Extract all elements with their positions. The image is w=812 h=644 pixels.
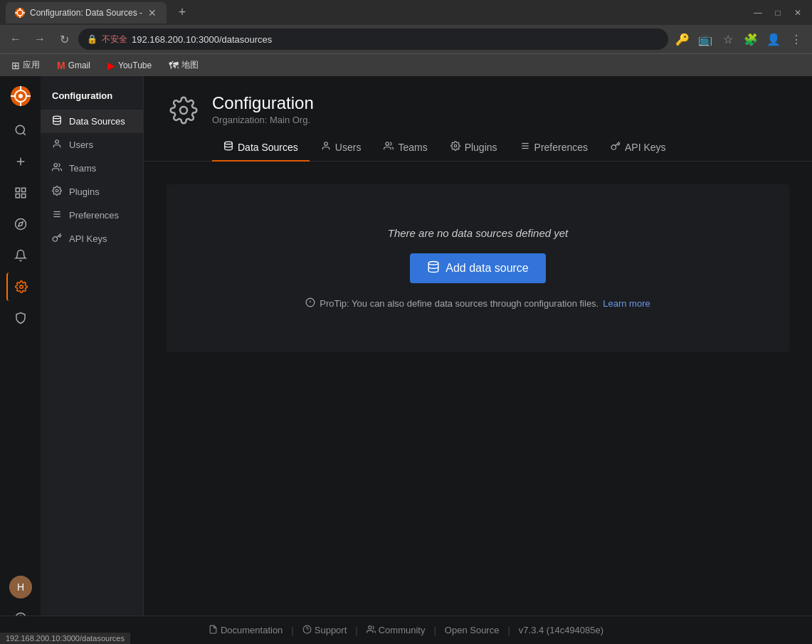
tab-apikeys-icon (611, 141, 621, 153)
page-header-icon (167, 93, 201, 127)
svg-point-36 (225, 142, 233, 144)
tab-users-icon (321, 141, 331, 153)
reload-button[interactable]: ↻ (54, 29, 74, 49)
bookmark-icon[interactable]: ☆ (718, 29, 738, 49)
flyout-item-datasources[interactable]: Data Sources (41, 110, 143, 133)
documentation-label: Documentation (221, 625, 283, 635)
footer-support[interactable]: Support (302, 625, 347, 636)
maximize-button[interactable]: □ (769, 4, 786, 21)
tab-teams[interactable]: Teams (372, 134, 438, 162)
profile-icon[interactable]: 👤 (764, 29, 784, 49)
svg-point-43 (428, 262, 438, 265)
svg-point-8 (19, 94, 23, 98)
datasources-icon (52, 115, 63, 127)
user-avatar[interactable]: H (9, 576, 32, 598)
svg-point-37 (324, 142, 327, 146)
menu-icon[interactable]: ⋮ (786, 29, 806, 49)
tab-preferences[interactable]: Preferences (509, 134, 599, 162)
tab-teams-label: Teams (398, 142, 427, 153)
flyout-title: Configuration (41, 85, 143, 110)
add-datasource-button[interactable]: Add data source (410, 253, 546, 283)
tab-users-label: Users (335, 142, 362, 153)
lock-icon: 🔒 (87, 34, 97, 44)
tab-plugins-icon (450, 141, 460, 153)
address-bar[interactable]: 🔒 不安全 192.168.200.10:3000/datasources (78, 28, 668, 50)
gmail-icon: M (57, 60, 65, 71)
url-display: 192.168.200.10:3000/datasources (132, 34, 660, 45)
svg-marker-22 (18, 222, 22, 226)
password-manager-icon[interactable]: 🔑 (673, 29, 692, 49)
community-label: Community (379, 625, 426, 635)
maps-icon: 🗺 (169, 60, 179, 71)
tab-teams-icon (384, 141, 394, 153)
svg-point-35 (180, 107, 187, 114)
sidebar-item-server-admin[interactable] (6, 304, 35, 332)
footer-documentation[interactable]: Documentation (209, 625, 283, 636)
forward-button[interactable]: → (30, 29, 50, 49)
grafana-logo[interactable] (6, 82, 35, 110)
svg-point-23 (19, 285, 23, 289)
sidebar-item-alerting[interactable] (6, 241, 35, 270)
bookmarks-bar: ⊞ 应用 M Gmail ▶ YouTube 🗺 地图 (0, 53, 812, 76)
new-tab-button[interactable]: + (172, 3, 192, 23)
svg-point-31 (56, 189, 58, 192)
sidebar-item-dashboards[interactable] (6, 179, 35, 207)
svg-point-28 (53, 116, 61, 119)
footer-version: v7.3.4 (14c494085e) (519, 625, 603, 635)
flyout-item-plugins[interactable]: Plugins (41, 180, 143, 204)
app-container: H Configuration Data Sources Users Tea (0, 76, 812, 644)
bookmark-maps[interactable]: 🗺 地图 (163, 57, 204, 73)
bookmark-youtube[interactable]: ▶ YouTube (102, 58, 157, 73)
tab-preferences-icon (520, 141, 530, 153)
sidebar-item-search[interactable] (6, 116, 35, 144)
sidebar-item-create[interactable] (6, 147, 35, 176)
minimize-button[interactable]: — (749, 4, 766, 21)
tab-datasources-label: Data Sources (238, 142, 298, 153)
svg-point-30 (54, 164, 58, 167)
close-button[interactable]: ✕ (789, 4, 806, 21)
browser-tab[interactable]: Configuration: Data Sources - ✕ (6, 2, 167, 23)
toolbar-actions: 🔑 📺 ☆ 🧩 👤 ⋮ (673, 29, 806, 49)
extensions-icon[interactable]: 🧩 (741, 29, 761, 49)
flyout-item-preferences[interactable]: Preferences (41, 204, 143, 227)
flyout-item-users[interactable]: Users (41, 133, 143, 157)
svg-rect-17 (16, 188, 19, 191)
flyout-item-teams[interactable]: Teams (41, 157, 143, 180)
titlebar-left: Configuration: Data Sources - ✕ + (6, 2, 749, 23)
add-datasource-label: Add data source (445, 262, 529, 275)
tab-apikeys[interactable]: API Keys (599, 134, 677, 162)
footer-sep-2: | (355, 625, 357, 635)
browser-chrome: Configuration: Data Sources - ✕ + — □ ✕ … (0, 0, 812, 76)
flyout-item-preferences-label: Preferences (69, 210, 119, 221)
footer-opensource[interactable]: Open Source (445, 625, 500, 635)
insecure-text: 不安全 (102, 33, 127, 46)
tab-plugins-label: Plugins (465, 142, 497, 153)
tab-users[interactable]: Users (310, 134, 373, 162)
learn-more-link[interactable]: Learn more (603, 298, 650, 309)
tab-plugins[interactable]: Plugins (439, 134, 509, 162)
cast-icon[interactable]: 📺 (695, 29, 715, 49)
flyout-item-apikeys[interactable]: API Keys (41, 227, 143, 250)
page-footer: Documentation | Support | Community | Op… (144, 616, 812, 644)
add-datasource-icon (427, 260, 440, 276)
tab-close-button[interactable]: ✕ (147, 7, 158, 19)
bookmark-apps[interactable]: ⊞ 应用 (6, 57, 46, 73)
svg-line-14 (23, 132, 25, 134)
back-button[interactable]: ← (6, 29, 26, 49)
youtube-label: YouTube (118, 60, 152, 70)
sidebar-item-configuration[interactable] (6, 273, 35, 301)
page-header: Configuration Organization: Main Org. Da… (144, 76, 812, 162)
svg-rect-19 (16, 194, 19, 198)
browser-toolbar: ← → ↻ 🔒 不安全 192.168.200.10:3000/datasour… (0, 25, 812, 53)
footer-community[interactable]: Community (367, 625, 426, 636)
tab-datasources[interactable]: Data Sources (212, 134, 310, 162)
svg-point-13 (16, 125, 24, 134)
sidebar-item-explore[interactable] (6, 210, 35, 238)
support-icon (302, 625, 312, 636)
tab-apikeys-label: API Keys (625, 142, 666, 153)
protip-text: ProTip: You can also define data sources… (320, 298, 599, 309)
tab-datasources-icon (223, 141, 233, 153)
plugins-icon (52, 186, 63, 198)
protip-icon (305, 297, 315, 310)
bookmark-gmail[interactable]: M Gmail (51, 58, 96, 73)
